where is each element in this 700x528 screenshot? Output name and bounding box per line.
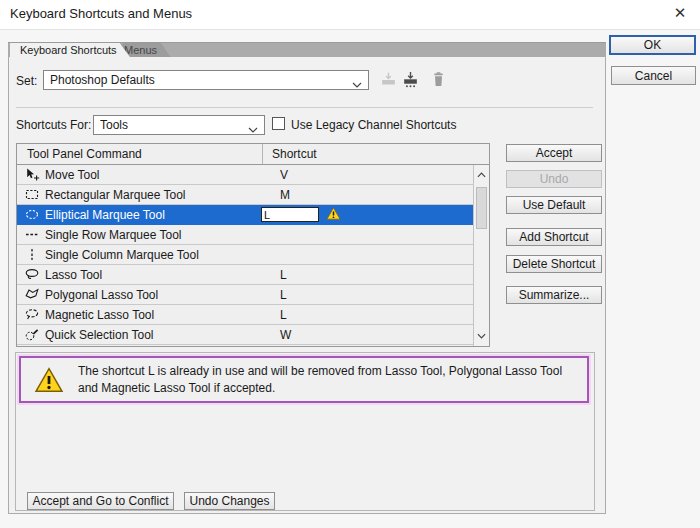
single-row-marquee-icon	[24, 227, 40, 242]
keyboard-shortcuts-dialog: Keyboard Shortcuts and Menus ✕ Keyboard …	[0, 0, 700, 528]
dialog-title: Keyboard Shortcuts and Menus	[10, 6, 192, 21]
tool-name: Move Tool	[45, 168, 99, 182]
tool-name: Single Column Marquee Tool	[45, 248, 199, 262]
close-icon[interactable]: ✕	[669, 2, 691, 24]
divider	[16, 107, 593, 108]
tab-keyboard-shortcuts[interactable]: Keyboard Shortcuts	[10, 43, 131, 58]
conflict-warning-icon	[326, 207, 341, 220]
tool-name: Magnetic Lasso Tool	[45, 308, 154, 322]
tool-name: Quick Selection Tool	[45, 328, 154, 342]
conflict-warning-box: The shortcut L is already in use and wil…	[19, 356, 589, 403]
shortcut-value: M	[280, 188, 290, 202]
set-label: Set:	[16, 74, 37, 88]
summarize-button[interactable]: Summarize...	[506, 286, 602, 304]
tool-name: Lasso Tool	[45, 268, 102, 282]
scroll-up-icon[interactable]	[474, 167, 489, 183]
add-shortcut-button[interactable]: Add Shortcut	[506, 228, 602, 246]
quick-selection-icon	[24, 327, 40, 342]
conflict-group-box: The shortcut L is already in use and wil…	[15, 352, 595, 511]
shortcut-input[interactable]	[261, 207, 319, 222]
table-row[interactable]: Lasso ToolL	[17, 265, 473, 285]
use-legacy-checkbox[interactable]	[272, 117, 285, 130]
table-row[interactable]: Single Column Marquee Tool	[17, 245, 473, 265]
tool-name: Single Row Marquee Tool	[45, 228, 182, 242]
accept-button[interactable]: Accept	[506, 144, 602, 162]
header-tool-panel-command: Tool Panel Command	[17, 147, 262, 161]
save-set-icon	[379, 71, 398, 88]
conflict-warning-text: The shortcut L is already in use and wil…	[78, 363, 583, 395]
single-column-marquee-icon	[24, 247, 40, 262]
table-body: Move ToolVRectangular Marquee ToolMEllip…	[17, 165, 473, 346]
tool-name: Polygonal Lasso Tool	[45, 288, 158, 302]
use-legacy-label: Use Legacy Channel Shortcuts	[291, 118, 456, 132]
polygonal-lasso-icon	[24, 287, 40, 302]
shortcut-value: V	[280, 168, 288, 182]
scrollbar-thumb[interactable]	[476, 187, 487, 229]
header-shortcut: Shortcut	[263, 147, 317, 161]
lasso-icon	[24, 267, 40, 282]
shortcuts-for-value: Tools	[100, 118, 244, 132]
shortcut-value: W	[280, 328, 291, 342]
shortcuts-for-label: Shortcuts For:	[16, 118, 91, 132]
move-tool-icon	[24, 167, 40, 182]
table-row[interactable]: Move ToolV	[17, 165, 473, 185]
shortcuts-table: Tool Panel Command Shortcut Move ToolVRe…	[16, 143, 490, 347]
shortcut-value: L	[280, 268, 287, 282]
table-row[interactable]: Single Row Marquee Tool	[17, 225, 473, 245]
table-header: Tool Panel Command Shortcut	[17, 144, 489, 165]
scroll-down-icon[interactable]	[474, 328, 489, 344]
elliptical-marquee-icon	[24, 207, 40, 222]
shortcut-value: L	[280, 308, 287, 322]
table-scrollbar[interactable]	[473, 165, 489, 346]
table-row[interactable]: Elliptical Marquee Tool	[17, 205, 473, 225]
table-row[interactable]: Magnetic Lasso ToolL	[17, 305, 473, 325]
tab-strip: Keyboard Shortcuts Menus	[8, 42, 606, 57]
set-select[interactable]: Photoshop Defaults	[43, 70, 369, 90]
tool-name: Rectangular Marquee Tool	[45, 188, 186, 202]
title-bar: Keyboard Shortcuts and Menus ✕	[0, 0, 700, 30]
table-row[interactable]: Quick Selection ToolW	[17, 325, 473, 345]
keyboard-shortcuts-panel: Set: Photoshop Defaults Shortcuts For: T…	[8, 57, 606, 514]
undo-button: Undo	[506, 170, 602, 188]
shortcut-value: L	[280, 288, 287, 302]
delete-shortcut-button[interactable]: Delete Shortcut	[506, 255, 602, 273]
use-default-button[interactable]: Use Default	[506, 196, 602, 214]
accept-and-go-to-conflict-button[interactable]: Accept and Go to Conflict	[27, 492, 174, 510]
tool-name: Elliptical Marquee Tool	[45, 208, 165, 222]
delete-set-icon	[429, 71, 448, 88]
shortcuts-for-select[interactable]: Tools	[93, 115, 265, 135]
magnetic-lasso-icon	[24, 307, 40, 322]
undo-changes-button[interactable]: Undo Changes	[184, 492, 275, 510]
chevron-down-icon	[248, 122, 258, 128]
rectangular-marquee-icon	[24, 187, 40, 202]
ok-button[interactable]: OK	[609, 35, 696, 55]
table-row[interactable]: Rectangular Marquee ToolM	[17, 185, 473, 205]
chevron-down-icon	[352, 77, 362, 83]
set-select-value: Photoshop Defaults	[50, 73, 348, 87]
save-set-as-icon[interactable]	[401, 71, 420, 88]
warning-triangle-icon	[34, 367, 64, 393]
table-row[interactable]: Polygonal Lasso ToolL	[17, 285, 473, 305]
cancel-button[interactable]: Cancel	[611, 66, 696, 85]
